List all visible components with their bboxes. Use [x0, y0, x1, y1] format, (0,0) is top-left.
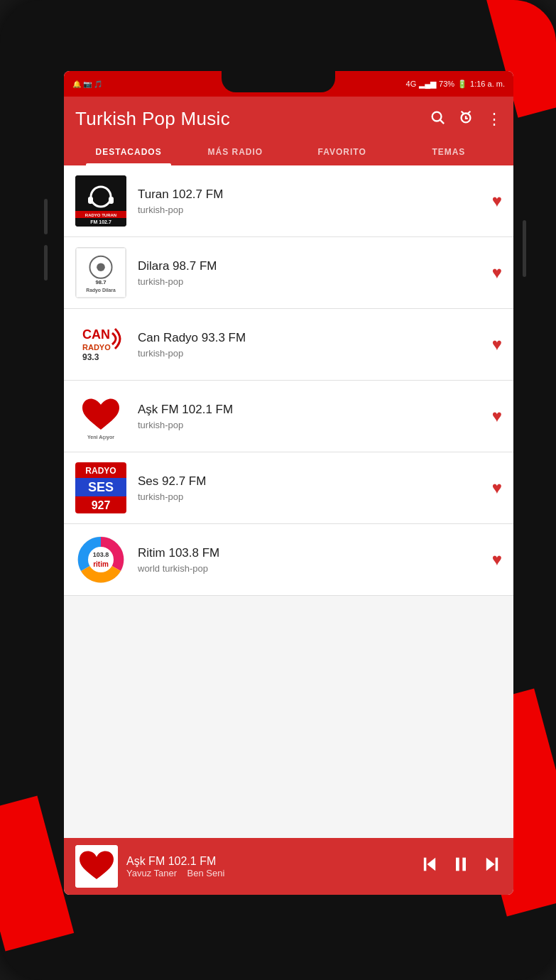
header-top: Turkish Pop Music: [75, 108, 502, 130]
header-icons: ⋮: [430, 109, 502, 129]
station-genre: turkish-pop: [138, 348, 492, 359]
station-genre: world turkish-pop: [138, 563, 492, 574]
station-logo-ritim: 103.8 ritim: [75, 534, 126, 585]
alarm-icon[interactable]: [458, 109, 474, 129]
now-playing-controls: [420, 854, 502, 878]
phone-notch: [222, 71, 335, 92]
station-logo-ask: Yeni Açıyor: [75, 391, 126, 442]
notification-icons: 🔔 📷 🎵: [72, 80, 102, 88]
tab-temas[interactable]: TEMAS: [396, 138, 502, 165]
favorite-button[interactable]: ♥: [492, 478, 502, 498]
tabs: DESTACADOS MÁS RADIO FAVORITO TEMAS: [75, 138, 502, 165]
svg-line-4: [468, 111, 470, 113]
list-item[interactable]: Yeni Açıyor Aşk FM 102.1 FM turkish-pop …: [64, 381, 513, 452]
svg-text:ritim: ritim: [93, 560, 109, 568]
svg-text:103.8: 103.8: [93, 551, 109, 558]
list-item[interactable]: RADYO SES 927 Ses 92.7 FM turkish-pop: [64, 452, 513, 524]
favorite-button[interactable]: ♥: [492, 191, 502, 211]
svg-rect-39: [462, 858, 466, 871]
radio-list: RADYO TURAN FM 102.7 Turan 102.7 FM turk…: [64, 165, 513, 596]
station-genre: turkish-pop: [138, 491, 492, 502]
station-logo-ses: RADYO SES 927: [75, 462, 126, 513]
list-item[interactable]: RADYO TURAN FM 102.7 Turan 102.7 FM turk…: [64, 165, 513, 237]
svg-text:93.3: 93.3: [82, 352, 99, 362]
svg-text:CAN: CAN: [82, 327, 110, 342]
app-title: Turkish Pop Music: [75, 108, 230, 130]
time-display: 1:16 a. m.: [470, 80, 505, 88]
station-name: Aşk FM 102.1 FM: [138, 403, 492, 417]
svg-rect-38: [456, 858, 459, 871]
svg-line-1: [440, 120, 444, 124]
svg-text:RADYO: RADYO: [85, 466, 116, 476]
station-info: Dilara 98.7 FM turkish-pop: [138, 259, 492, 287]
favorite-button[interactable]: ♥: [492, 550, 502, 570]
station-name: Can Radyo 93.3 FM: [138, 331, 492, 345]
previous-button[interactable]: [420, 854, 440, 878]
content-area: RADYO TURAN FM 102.7 Turan 102.7 FM turk…: [64, 165, 513, 871]
station-name: Turan 102.7 FM: [138, 187, 492, 202]
signal-bars: ▂▄▆: [419, 80, 436, 89]
power-button[interactable]: [523, 220, 526, 277]
station-genre: turkish-pop: [138, 276, 492, 287]
deco-bottom-left: [0, 795, 74, 951]
list-item[interactable]: 98.7 Radyo Dilara Dilara 98.7 FM turkish…: [64, 237, 513, 309]
station-logo-can: CAN RADYO 93.3: [75, 319, 126, 370]
status-left: 🔔 📷 🎵: [72, 80, 102, 88]
svg-rect-8: [109, 197, 114, 204]
svg-rect-37: [424, 858, 427, 871]
svg-marker-40: [486, 858, 495, 871]
svg-text:SES: SES: [88, 480, 114, 494]
station-genre: turkish-pop: [138, 205, 492, 215]
battery-icon: 🔋: [457, 80, 467, 89]
svg-point-14: [97, 263, 105, 271]
favorite-button[interactable]: ♥: [492, 334, 502, 354]
favorite-button[interactable]: ♥: [492, 263, 502, 283]
more-options-icon[interactable]: ⋮: [486, 110, 502, 129]
svg-rect-7: [88, 197, 93, 204]
station-logo-turan: RADYO TURAN FM 102.7: [75, 175, 126, 227]
station-logo-dilara: 98.7 Radyo Dilara: [75, 247, 126, 298]
svg-text:RADYO: RADYO: [82, 343, 111, 352]
station-info: Turan 102.7 FM turkish-pop: [138, 187, 492, 215]
tab-mas-radio[interactable]: MÁS RADIO: [182, 138, 288, 165]
station-info: Can Radyo 93.3 FM turkish-pop: [138, 331, 492, 359]
now-playing-station: Aşk FM 102.1 FM: [126, 855, 420, 868]
svg-rect-41: [496, 858, 498, 871]
svg-text:98.7: 98.7: [95, 279, 106, 285]
station-info: Ritim 103.8 FM world turkish-pop: [138, 546, 492, 574]
svg-text:RADYO TURAN: RADYO TURAN: [85, 213, 116, 217]
phone-frame: 🔔 📷 🎵 4G ▂▄▆ 73% 🔋 1:16 a. m. Turkish Po…: [0, 0, 556, 980]
station-name: Ritim 103.8 FM: [138, 546, 492, 560]
svg-text:Radyo Dilara: Radyo Dilara: [86, 288, 116, 293]
svg-text:927: 927: [92, 499, 111, 511]
now-playing-bar: Aşk FM 102.1 FM Yavuz Taner Ben Seni: [64, 838, 513, 895]
network-type: 4G: [406, 80, 417, 88]
volume-up-button[interactable]: [44, 199, 48, 234]
tab-destacados[interactable]: DESTACADOS: [75, 138, 182, 165]
svg-point-0: [432, 111, 442, 121]
svg-line-3: [462, 111, 464, 113]
station-info: Aşk FM 102.1 FM turkish-pop: [138, 403, 492, 430]
app-header: Turkish Pop Music: [64, 97, 513, 165]
status-right: 4G ▂▄▆ 73% 🔋 1:16 a. m.: [406, 80, 505, 89]
phone-screen: 🔔 📷 🎵 4G ▂▄▆ 73% 🔋 1:16 a. m. Turkish Po…: [64, 71, 513, 895]
station-name: Dilara 98.7 FM: [138, 259, 492, 273]
now-playing-logo: [75, 845, 118, 888]
station-genre: turkish-pop: [138, 420, 492, 430]
next-button[interactable]: [482, 854, 502, 878]
list-item[interactable]: CAN RADYO 93.3 Can Radyo 93.3 FM turkish…: [64, 309, 513, 381]
search-icon[interactable]: [430, 109, 445, 129]
station-name: Ses 92.7 FM: [138, 474, 492, 489]
now-playing-artist: Yavuz Taner Ben Seni: [126, 868, 420, 878]
list-item[interactable]: 103.8 ritim Ritim 103.8 FM world turkish…: [64, 524, 513, 596]
svg-marker-36: [427, 858, 436, 871]
battery-percent: 73%: [439, 80, 454, 88]
tab-favorito[interactable]: FAVORITO: [289, 138, 396, 165]
station-info: Ses 92.7 FM turkish-pop: [138, 474, 492, 502]
favorite-button[interactable]: ♥: [492, 406, 502, 426]
pause-button[interactable]: [451, 854, 471, 878]
now-playing-info: Aşk FM 102.1 FM Yavuz Taner Ben Seni: [126, 855, 420, 878]
svg-text:FM 102.7: FM 102.7: [90, 219, 111, 224]
volume-down-button[interactable]: [44, 245, 48, 281]
svg-text:Yeni Açıyor: Yeni Açıyor: [87, 435, 114, 440]
